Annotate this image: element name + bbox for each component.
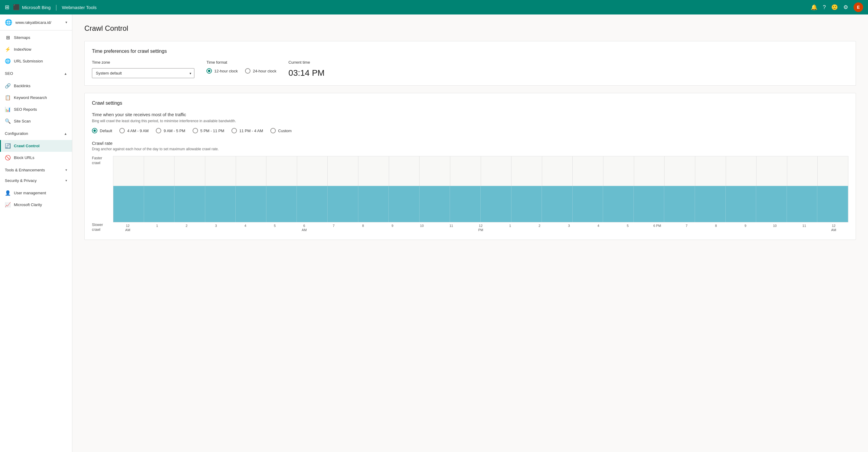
chart-x-label: 6 PM — [643, 224, 672, 232]
chart-x-label: 7 — [672, 224, 701, 232]
chart-fill-col — [817, 186, 848, 222]
chart-x-label: 8 — [701, 224, 731, 232]
chart-fill-col — [389, 186, 420, 222]
chart-x-label: 7 — [319, 224, 348, 232]
traffic-9am-radio[interactable] — [156, 128, 161, 133]
sidebar-item-label: Sitemaps — [14, 35, 67, 40]
chart-fill-col — [113, 186, 144, 222]
sidebar-item-label: Block URLs — [14, 156, 67, 160]
settings-icon[interactable]: ⚙ — [843, 4, 848, 10]
chart-fill[interactable] — [113, 186, 848, 222]
time-zone-select[interactable]: System default — [92, 68, 194, 78]
traffic-5pm-radio[interactable] — [193, 128, 198, 133]
time-format-24h-option[interactable]: 24-hour clock — [245, 68, 276, 74]
sidebar-item-label: URL Submission — [14, 59, 67, 63]
site-chevron-icon: ▾ — [65, 20, 67, 24]
feedback-icon[interactable]: 🙂 — [831, 4, 838, 10]
topbar-right: 🔔 ? 🙂 ⚙ E — [811, 2, 863, 12]
traffic-default-option[interactable]: Default — [92, 128, 112, 133]
sidebar-item-user-management[interactable]: 👤 User management — [0, 187, 72, 199]
chart-x-label: 3 — [201, 224, 231, 232]
crawl-rate-chart: Fastercrawl Slowercrawl 12AM123456AM7891… — [92, 156, 848, 232]
tools-section-label: Tools & Enhancements — [5, 168, 62, 172]
chart-fill-col — [481, 186, 512, 222]
traffic-5pm-option[interactable]: 5 PM - 11 PM — [193, 128, 224, 133]
chart-fill-col — [603, 186, 634, 222]
chart-x-label: 12AM — [113, 224, 143, 232]
sidebar-item-block-urls[interactable]: 🚫 Block URLs — [0, 152, 72, 164]
current-time-col: Current time 03:14 PM — [288, 60, 324, 78]
sidebar-item-microsoft-clarity[interactable]: 📈 Microsoft Clarity — [0, 199, 72, 210]
chart-fill-col — [664, 186, 695, 222]
chart-x-label: 3 — [554, 224, 584, 232]
crawl-rate-section: Crawl rate Drag anchor against each hour… — [92, 141, 848, 232]
chart-x-label: 11 — [789, 224, 819, 232]
security-section-header[interactable]: Security & Privacy ▾ — [0, 175, 72, 186]
user-avatar[interactable]: E — [854, 2, 863, 12]
traffic-11pm-radio[interactable] — [231, 128, 237, 133]
sidebar-item-label: Crawl Control — [14, 144, 67, 148]
sidebar-nav-configuration: 🔄 Crawl Control 🚫 Block URLs — [0, 139, 72, 165]
traffic-radio-group: Default 4 AM - 9 AM 9 AM - 5 PM 5 PM - 1… — [92, 128, 848, 133]
traffic-custom-option[interactable]: Custom — [270, 128, 292, 133]
traffic-11pm-option[interactable]: 11 PM - 4 AM — [231, 128, 263, 133]
time-zone-select-wrapper: System default ▾ — [92, 68, 194, 78]
chart-y-label-slower: Slowercrawl — [92, 223, 110, 232]
configuration-section-header[interactable]: Configuration ▲ — [0, 128, 72, 139]
help-icon[interactable]: ? — [823, 4, 826, 10]
chart-fill-col — [205, 186, 236, 222]
notifications-icon[interactable]: 🔔 — [811, 4, 817, 10]
sidebar-item-seo-reports[interactable]: 📊 SEO Reports — [0, 104, 72, 115]
current-time-label: Current time — [288, 60, 324, 64]
traffic-section-desc: Bing will crawl the least during this pe… — [92, 119, 848, 123]
seo-section-header[interactable]: SEO ▲ — [0, 68, 72, 79]
time-format-12h-radio[interactable] — [207, 68, 212, 74]
sidebar-nav-bottom: 👤 User management 📈 Microsoft Clarity — [0, 186, 72, 212]
time-prefs-grid: Time zone System default ▾ Time format 1… — [92, 60, 848, 78]
traffic-default-radio[interactable] — [92, 128, 97, 133]
sidebar-item-label: Keyword Research — [14, 95, 67, 100]
tools-section-header[interactable]: Tools & Enhancements ▾ — [0, 165, 72, 175]
globe-icon: 🌐 — [5, 19, 12, 26]
sidebar-item-indexnow[interactable]: ⚡ IndexNow — [0, 44, 72, 55]
sidebar-item-keyword-research[interactable]: 📋 Keyword Research — [0, 92, 72, 104]
block-urls-icon: 🚫 — [5, 155, 11, 161]
sidebar-item-backlinks[interactable]: 🔗 Backlinks — [0, 80, 72, 92]
user-management-icon: 👤 — [5, 190, 11, 196]
sidebar-nav-top: ⊞ Sitemaps ⚡ IndexNow 🌐 URL Submission — [0, 30, 72, 68]
time-format-12h-option[interactable]: 12-hour clock — [207, 68, 238, 74]
chart-fill-col — [297, 186, 328, 222]
chart-fill-col — [267, 186, 297, 222]
crawl-settings-title: Crawl settings — [92, 101, 848, 106]
chart-fill-col — [328, 186, 358, 222]
chart-fill-col — [695, 186, 726, 222]
sidebar-item-label: IndexNow — [14, 47, 67, 52]
chart-x-label: 1 — [495, 224, 525, 232]
time-format-24h-radio[interactable] — [245, 68, 250, 74]
traffic-9am-option[interactable]: 9 AM - 5 PM — [156, 128, 185, 133]
seo-reports-icon: 📊 — [5, 107, 11, 112]
chart-x-labels: 12AM123456AM789101112PM123456 PM78910111… — [113, 224, 848, 232]
site-name: www.rakyatbicara.id/ — [16, 20, 62, 25]
chart-fill-col — [787, 186, 818, 222]
sidebar-item-url-submission[interactable]: 🌐 URL Submission — [0, 55, 72, 67]
sidebar-item-label: Microsoft Clarity — [14, 202, 67, 207]
chart-fill-col — [756, 186, 787, 222]
chart-x-label: 12AM — [819, 224, 848, 232]
backlinks-icon: 🔗 — [5, 83, 11, 89]
traffic-custom-radio[interactable] — [270, 128, 276, 133]
grid-icon[interactable]: ⊞ — [5, 4, 9, 10]
time-format-col: Time format 12-hour clock 24-hour clock — [207, 60, 276, 74]
sidebar-item-sitemaps[interactable]: ⊞ Sitemaps — [0, 32, 72, 44]
traffic-4am-option[interactable]: 4 AM - 9 AM — [119, 128, 149, 133]
traffic-custom-label: Custom — [278, 129, 292, 133]
configuration-section-label: Configuration — [5, 131, 61, 136]
sidebar-item-crawl-control[interactable]: 🔄 Crawl Control — [0, 140, 72, 152]
chart-fill-col — [542, 186, 572, 222]
sidebar-item-label: SEO Reports — [14, 107, 67, 112]
sidebar-item-site-scan[interactable]: 🔍 Site Scan — [0, 115, 72, 127]
traffic-4am-radio[interactable] — [119, 128, 125, 133]
traffic-5pm-label: 5 PM - 11 PM — [200, 129, 224, 133]
site-selector[interactable]: 🌐 www.rakyatbicara.id/ ▾ — [0, 15, 72, 30]
chart-x-label: 4 — [230, 224, 260, 232]
